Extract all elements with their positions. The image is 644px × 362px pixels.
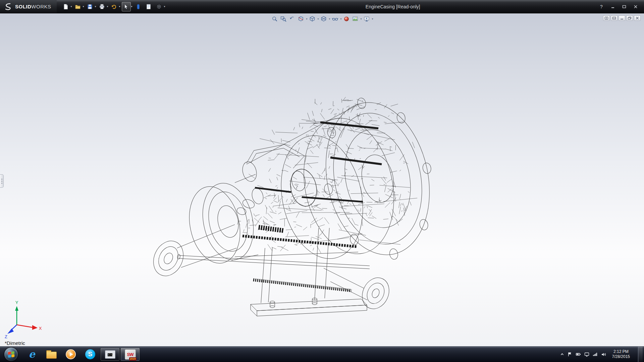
dropdown-caret[interactable]: ▾: [340, 18, 342, 20]
doc-close-button[interactable]: [634, 15, 641, 21]
minimize-icon: [620, 16, 624, 20]
close-button[interactable]: [631, 3, 641, 10]
save-icon: [87, 4, 93, 10]
task-pane-tab[interactable]: [0, 174, 4, 188]
toolbox-icon: [135, 4, 141, 10]
apply-scene-icon: [352, 16, 359, 22]
maximize-icon: [622, 5, 626, 8]
file-properties-button[interactable]: [144, 2, 153, 11]
network-status-button[interactable]: [593, 352, 598, 356]
dropdown-caret[interactable]: ▾: [71, 5, 72, 8]
power-status-button[interactable]: [576, 352, 581, 356]
taskbar-skype[interactable]: S: [80, 347, 100, 362]
maximize-button[interactable]: [619, 3, 629, 10]
save-button[interactable]: [86, 2, 95, 11]
show-desktop-button[interactable]: [638, 347, 643, 362]
dropdown-caret[interactable]: ▾: [95, 5, 96, 8]
print-button[interactable]: [98, 2, 107, 11]
edit-appearance-button[interactable]: [343, 15, 351, 22]
document-window-controls: [603, 15, 641, 21]
windows-orb-icon: [4, 348, 18, 361]
pane-icon: [612, 16, 616, 20]
dropdown-caret[interactable]: ▾: [372, 18, 373, 20]
taskbar-internet-explorer[interactable]: e: [22, 347, 42, 362]
pane-button[interactable]: [603, 15, 610, 21]
solidworks-logo-icon: [4, 3, 13, 10]
select-tool-button[interactable]: [122, 2, 131, 11]
dropdown-caret[interactable]: ▾: [317, 18, 319, 20]
print-icon: [99, 4, 105, 10]
dropdown-caret[interactable]: ▾: [119, 5, 120, 8]
zoom-to-fit-icon: [271, 16, 278, 22]
zoom-to-area-icon: [280, 16, 286, 22]
display-style-icon: [320, 16, 327, 22]
view-orientation-label: *Dimetric: [5, 340, 25, 346]
dropdown-caret[interactable]: ▾: [83, 5, 84, 8]
triad-y-label: Y: [15, 300, 18, 305]
windows-taskbar: e S C:\ SW 2015: [0, 346, 644, 362]
orientation-triad: Y X Z: [3, 299, 47, 340]
undo-button[interactable]: [110, 2, 119, 11]
titlebar: SOLIDWORKS ▾ ▾: [0, 0, 644, 13]
taskbar-media-player[interactable]: [61, 347, 80, 362]
restore-icon: [628, 16, 632, 20]
edit-appearance-sphere-icon: [343, 16, 350, 22]
graphics-area[interactable]: ▾ ▾ ▾ ▾: [0, 13, 644, 346]
view-settings-button[interactable]: [363, 15, 371, 22]
media-player-icon: [66, 349, 76, 359]
dropdown-caret[interactable]: ▾: [329, 18, 330, 20]
action-center-flag-icon: [568, 352, 572, 357]
doc-minimize-button[interactable]: [619, 15, 625, 21]
volume-button[interactable]: [601, 352, 606, 357]
taskbar-command-prompt[interactable]: C:\: [100, 348, 120, 361]
undo-icon: [111, 4, 117, 10]
window-controls: ?: [596, 3, 644, 10]
zoom-to-area-button[interactable]: [279, 15, 287, 22]
close-icon: [635, 16, 639, 20]
section-view-icon: [298, 16, 304, 22]
dropdown-caret[interactable]: ▾: [164, 5, 165, 8]
apply-scene-button[interactable]: [352, 15, 359, 22]
pane-icon: [604, 16, 608, 20]
taskbar-windows-explorer[interactable]: [42, 347, 61, 362]
new-document-icon: [63, 4, 69, 10]
display-style-button[interactable]: [320, 15, 327, 22]
taskbar-solidworks[interactable]: SW 2015: [120, 348, 140, 361]
open-button[interactable]: [73, 2, 83, 11]
hide-show-items-glasses-icon: [332, 16, 338, 22]
zoom-to-fit-button[interactable]: [271, 15, 278, 22]
dropdown-caret[interactable]: ▾: [131, 5, 132, 8]
new-document-button[interactable]: [61, 2, 70, 11]
network-icon: [593, 352, 598, 356]
solidworks-version-badge: 2015: [129, 357, 137, 361]
toolbox-button[interactable]: [134, 2, 143, 11]
display-settings-button[interactable]: [584, 352, 589, 357]
section-view-button[interactable]: [297, 15, 305, 22]
window-title: EngineCasing [Read-only]: [366, 4, 420, 9]
triad-x-label: X: [39, 326, 42, 331]
action-center-button[interactable]: [568, 352, 572, 357]
taskbar-clock[interactable]: 2:12 PM 7/28/2015: [609, 349, 633, 359]
folder-icon: [46, 352, 57, 359]
dropdown-caret[interactable]: ▾: [306, 18, 307, 20]
pane-button[interactable]: [611, 15, 618, 21]
solidworks-logo: SOLIDWORKS: [0, 0, 57, 13]
start-button[interactable]: [0, 347, 22, 362]
previous-view-button[interactable]: [288, 15, 296, 22]
dropdown-caret[interactable]: ▾: [361, 18, 362, 20]
tray-expand-button[interactable]: [560, 353, 564, 356]
command-prompt-icon: C:\: [105, 350, 115, 359]
view-orientation-button[interactable]: [308, 15, 316, 22]
heads-up-view-toolbar: ▾ ▾ ▾ ▾: [271, 15, 373, 22]
minimize-button[interactable]: [608, 3, 618, 10]
options-gear-icon: [156, 4, 162, 10]
dropdown-caret[interactable]: ▾: [107, 5, 108, 8]
file-properties-icon: [146, 4, 152, 10]
display-icon: [584, 352, 589, 357]
help-button[interactable]: ?: [596, 3, 606, 10]
wireframe-model[interactable]: [148, 87, 448, 316]
doc-restore-button[interactable]: [626, 15, 633, 21]
previous-view-icon: [289, 16, 295, 22]
hide-show-items-button[interactable]: [331, 15, 339, 22]
options-button[interactable]: [155, 2, 164, 11]
